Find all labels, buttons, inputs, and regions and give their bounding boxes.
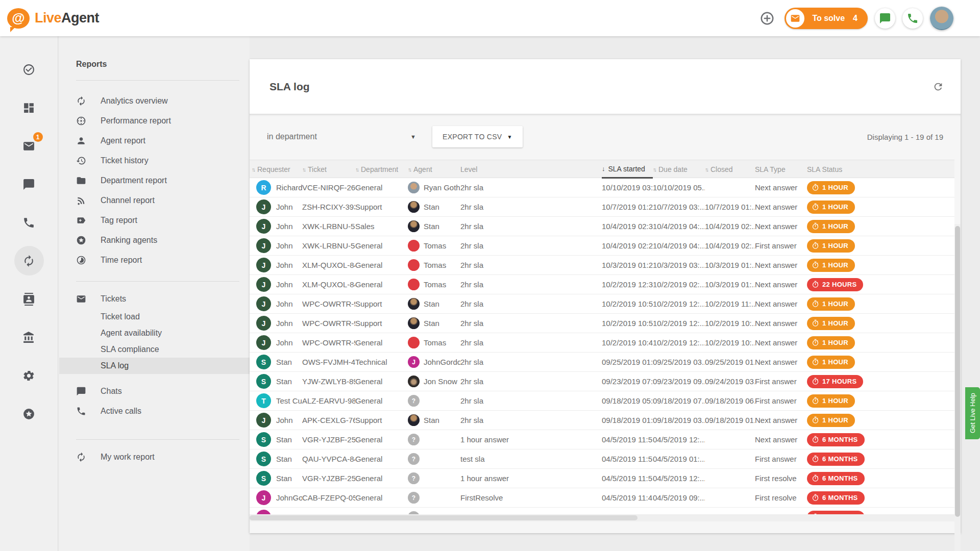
department-filter-select[interactable]: in department ▼ (267, 132, 416, 141)
ticket-code[interactable]: WPC-OWRTR-9... (302, 299, 355, 308)
nav-item-department-report[interactable]: Department report (59, 170, 250, 190)
nav-item-tag-report[interactable]: Tag report (59, 210, 250, 230)
table-row[interactable]: JJohn WPC-OWRTR-9... Support Stan 2hr sl… (250, 314, 954, 333)
column-header-due-date[interactable]: ↑↓Due date (653, 160, 705, 179)
ticket-code[interactable]: ALZ-EARVU-980 (302, 396, 355, 405)
column-header-sla-started[interactable]: ↓SLA started (602, 160, 653, 179)
vertical-scrollbar[interactable] (954, 224, 961, 551)
table-row[interactable]: JJohn ZSH-RCIXY-393 Support Stan 2hr sla… (250, 197, 954, 217)
table-row[interactable]: JJohnGordon CAB-FZEPQ-056 General ? Firs… (250, 488, 954, 508)
ticket-code[interactable]: VCE-NIRQF-263 (302, 183, 355, 192)
agent-name: Stan (424, 203, 439, 211)
ticket-code[interactable]: YJW-ZWLYB-895 (302, 377, 355, 386)
nav-item-ticket-history[interactable]: Ticket history (59, 151, 250, 170)
export-csv-button[interactable]: EXPORT TO CSV ▼ (432, 126, 523, 147)
nav-item-channel-report[interactable]: Channel report (59, 190, 250, 210)
table-row[interactable]: JJohn XLM-QUXOL-848 General Tomas 2hr sl… (250, 256, 954, 275)
table-row[interactable]: SStan VGR-YJZBF-258 General ? 1 hour ans… (250, 469, 954, 488)
ticket-code[interactable]: XWK-LRBNU-588 (302, 222, 355, 231)
table-row[interactable]: JJohn WPC-OWRTR-9... Support Stan 2hr sl… (250, 294, 954, 314)
nav-item-label: Channel report (101, 196, 155, 205)
rail-item-reports[interactable] (14, 246, 44, 276)
nav-item-my-work-report[interactable]: My work report (59, 447, 250, 467)
nav-item-label: Chats (101, 387, 122, 396)
table-row[interactable]: JJohnGordon ELJ-UTRPP-555 General ? Firs… (250, 508, 954, 514)
column-header-requester[interactable]: ↑↓Requester (250, 160, 302, 179)
chats-button[interactable] (875, 8, 895, 29)
table-row[interactable]: JJohn WPC-OWRTR-9... General Tomas 2hr s… (250, 333, 954, 353)
nav-item-performance-report[interactable]: Performance report (59, 111, 250, 131)
rail-item-dashboard[interactable] (14, 93, 44, 122)
ticket-code[interactable]: WPC-OWRTR-9... (302, 319, 355, 328)
nav-item-time-report[interactable]: Time report (59, 250, 250, 270)
calls-button[interactable] (902, 8, 923, 29)
column-header-ticket[interactable]: ↑↓Ticket (302, 160, 355, 179)
ticket-code[interactable]: XLM-QUXOL-848 (302, 261, 355, 269)
table-row[interactable]: JJohn XLM-QUXOL-848 General Tomas 2hr sl… (250, 275, 954, 294)
due-date-cell: 10/2/2019 02:... (653, 280, 705, 289)
department-cell: General (355, 261, 408, 269)
scrollbar-thumb[interactable] (955, 226, 960, 517)
add-button[interactable] (757, 8, 777, 29)
ticket-code[interactable]: QAU-YVPCA-847 (302, 455, 355, 463)
nav-subitem-ticket-load[interactable]: Ticket load (59, 309, 250, 325)
rail-item-ratings[interactable] (14, 399, 44, 429)
rail-item-tickets[interactable]: 1 (14, 131, 44, 161)
sort-icon: ↑↓ (252, 166, 254, 172)
ticket-code[interactable]: XLM-QUXOL-848 (302, 280, 355, 289)
table-row[interactable]: TTest Customer ALZ-EARVU-980 General ? 2… (250, 391, 954, 411)
horizontal-scrollbar[interactable] (250, 514, 954, 521)
nav-subitem-agent-availability[interactable]: Agent availability (59, 325, 250, 341)
closed-cell: 10/7/2019 01:... (705, 203, 755, 211)
sla-started-cell: 09/18/2019 05:... (602, 396, 653, 405)
table-row[interactable]: SStan QAU-YVPCA-847 General ? test sla 0… (250, 449, 954, 469)
nav-subitem-sla-compliance[interactable]: SLA compliance (59, 341, 250, 358)
nav-subitem-sla-log[interactable]: SLA log (59, 358, 250, 374)
rail-item-settings[interactable] (14, 361, 44, 390)
table-row[interactable]: JJohn XWK-LRBNU-588 Sales Stan 2hr sla 1… (250, 217, 954, 236)
ticket-code[interactable]: OWS-FVJMH-4... (302, 358, 355, 366)
ticket-code[interactable]: ZSH-RCIXY-393 (302, 203, 355, 211)
user-avatar[interactable] (930, 7, 953, 30)
requester-name: John (276, 338, 293, 347)
sla-started-cell: 10/2/2019 10:4... (602, 338, 653, 347)
nav-item-active-calls[interactable]: Active calls (59, 401, 250, 421)
table-row[interactable]: SStan YJW-ZWLYB-895 General Jon Snow 2hr… (250, 372, 954, 391)
divider (76, 80, 239, 81)
table-row[interactable]: SStan VGR-YJZBF-258 General ? 1 hour ans… (250, 430, 954, 449)
requester-avatar: S (256, 471, 271, 486)
rail-item-contacts[interactable] (14, 284, 44, 314)
table-row[interactable]: JJohn APK-CEXLG-764 Support Stan 2hr sla… (250, 411, 954, 430)
rail-item-tasks[interactable] (14, 55, 44, 84)
refresh-button[interactable] (929, 78, 947, 96)
column-header-agent[interactable]: ↑↓Agent (408, 160, 460, 179)
ticket-code[interactable]: WPC-OWRTR-9... (302, 338, 355, 347)
ticket-code[interactable]: XWK-LRBNU-588 (302, 241, 355, 250)
sla-status-badge: 1 HOUR (807, 220, 855, 233)
due-date-cell: 04/5/2019 09:... (653, 493, 705, 502)
ticket-code[interactable]: CAB-FZEPQ-056 (302, 493, 355, 502)
nav-item-analytics-overview[interactable]: Analytics overview (59, 91, 250, 111)
liveagent-logo[interactable]: @ LiveAgent (7, 8, 99, 29)
sla-status-badge: 1 HOUR (807, 201, 855, 214)
nav-item-tickets[interactable]: Tickets (59, 289, 250, 309)
requester-name: Stan (276, 358, 292, 366)
rail-item-calls[interactable] (14, 208, 44, 237)
requester-avatar: T (256, 393, 271, 408)
nav-item-agent-report[interactable]: Agent report (59, 131, 250, 151)
ticket-code[interactable]: VGR-YJZBF-258 (302, 435, 355, 444)
rail-item-billing[interactable] (14, 322, 44, 352)
table-row[interactable]: JJohn XWK-LRBNU-588 General Tomas 2hr sl… (250, 236, 954, 256)
table-row[interactable]: SStan OWS-FVJMH-4... Technical JJohnGord… (250, 353, 954, 372)
nav-item-ranking-agents[interactable]: Ranking agents (59, 230, 250, 250)
rail-item-chats[interactable] (14, 169, 44, 199)
ticket-code[interactable]: VGR-YJZBF-258 (302, 474, 355, 483)
table-row[interactable]: RRichard VCE-NIRQF-263 General Ryan Goth… (250, 178, 954, 197)
column-header-closed[interactable]: ↑↓Closed (705, 160, 755, 179)
column-header-department[interactable]: ↑↓Department (355, 160, 408, 179)
scrollbar-thumb[interactable] (250, 515, 638, 520)
ticket-code[interactable]: APK-CEXLG-764 (302, 416, 355, 424)
get-live-help-tab[interactable]: Get Live Help (965, 387, 980, 439)
nav-item-chats[interactable]: Chats (59, 381, 250, 401)
to-solve-button[interactable]: To solve 4 (785, 8, 868, 29)
